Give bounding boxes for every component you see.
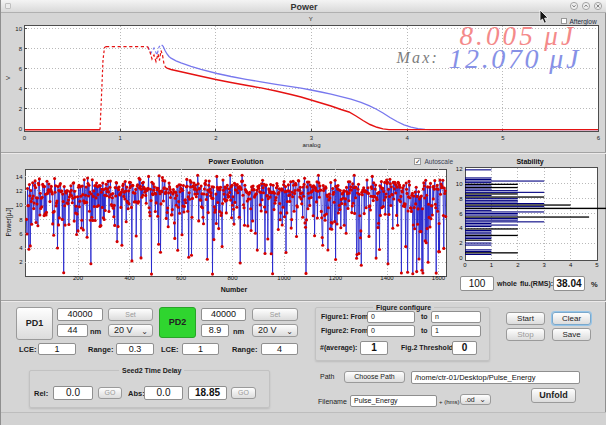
- svg-text:Power[μJ]: Power[μJ]: [5, 207, 13, 236]
- svg-text:4: 4: [19, 86, 23, 92]
- svg-text:8: 8: [459, 196, 463, 202]
- svg-text:3: 3: [543, 262, 547, 268]
- svg-text:0: 0: [459, 255, 463, 261]
- svg-text:1: 1: [119, 135, 123, 141]
- svg-text:2: 2: [19, 106, 23, 112]
- svg-text:14: 14: [16, 174, 23, 180]
- svg-text:800: 800: [227, 275, 238, 281]
- svg-text:10: 10: [15, 26, 22, 32]
- svg-text:Y: Y: [309, 16, 313, 22]
- svg-text:12: 12: [456, 166, 463, 172]
- svg-text:1400: 1400: [380, 275, 394, 281]
- svg-text:3: 3: [310, 135, 314, 141]
- svg-text:2: 2: [516, 262, 520, 268]
- svg-text:4: 4: [19, 245, 23, 251]
- svg-text:6: 6: [597, 135, 601, 141]
- svg-text:analog: analog: [302, 142, 320, 148]
- svg-text:600: 600: [176, 275, 187, 281]
- svg-text:10: 10: [16, 202, 23, 208]
- svg-text:6: 6: [19, 66, 23, 72]
- svg-text:12: 12: [16, 188, 23, 194]
- svg-text:1000: 1000: [277, 275, 291, 281]
- svg-text:8: 8: [19, 217, 23, 223]
- svg-text:200: 200: [73, 275, 84, 281]
- svg-text:1600: 1600: [432, 275, 446, 281]
- svg-text:Number: Number: [221, 286, 248, 293]
- svg-text:8: 8: [19, 46, 23, 52]
- svg-text:4: 4: [459, 225, 463, 231]
- svg-text:10: 10: [456, 181, 463, 187]
- svg-text:1: 1: [490, 262, 494, 268]
- svg-text:400: 400: [124, 275, 135, 281]
- svg-text:2: 2: [459, 240, 463, 246]
- svg-text:6: 6: [459, 211, 463, 217]
- svg-text:V: V: [5, 76, 11, 80]
- svg-text:5: 5: [595, 262, 599, 268]
- svg-text:0: 0: [23, 135, 27, 141]
- svg-text:Power Evolution: Power Evolution: [209, 158, 264, 165]
- svg-text:1200: 1200: [329, 275, 343, 281]
- svg-text:6: 6: [19, 231, 23, 237]
- svg-text:0: 0: [19, 126, 23, 132]
- svg-text:Stability: Stability: [516, 158, 543, 166]
- svg-text:4: 4: [569, 262, 573, 268]
- svg-text:5: 5: [501, 135, 505, 141]
- svg-text:4: 4: [406, 135, 410, 141]
- svg-text:2: 2: [214, 135, 218, 141]
- svg-text:0: 0: [463, 262, 467, 268]
- svg-text:2: 2: [19, 259, 23, 265]
